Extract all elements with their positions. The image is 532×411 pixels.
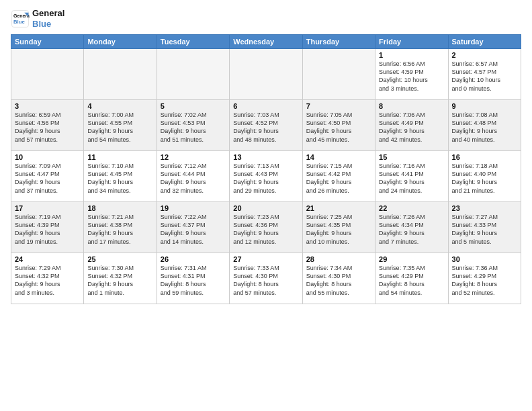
calendar-day-cell: 27Sunrise: 7:33 AM Sunset: 4:30 PM Dayli… <box>230 253 302 304</box>
day-number: 18 <box>87 204 152 212</box>
day-info: Sunrise: 7:06 AM Sunset: 4:49 PM Dayligh… <box>379 111 444 144</box>
day-info: Sunrise: 6:56 AM Sunset: 4:59 PM Dayligh… <box>379 60 444 93</box>
day-header-wednesday: Wednesday <box>230 35 302 49</box>
calendar-day-cell: 17Sunrise: 7:19 AM Sunset: 4:39 PM Dayli… <box>11 202 84 253</box>
day-number: 26 <box>161 255 226 263</box>
calendar-day-cell: 12Sunrise: 7:12 AM Sunset: 4:44 PM Dayli… <box>157 151 229 202</box>
calendar-day-cell <box>84 49 157 100</box>
calendar-day-cell: 2Sunrise: 6:57 AM Sunset: 4:57 PM Daylig… <box>448 49 521 100</box>
calendar-week-row: 3Sunrise: 6:59 AM Sunset: 4:56 PM Daylig… <box>11 100 521 151</box>
day-number: 22 <box>379 204 444 212</box>
day-number: 28 <box>306 255 371 263</box>
day-number: 20 <box>233 204 298 212</box>
day-header-friday: Friday <box>375 35 448 49</box>
day-number: 8 <box>379 102 444 110</box>
calendar-day-cell: 22Sunrise: 7:26 AM Sunset: 4:34 PM Dayli… <box>375 202 448 253</box>
calendar-day-cell: 1Sunrise: 6:56 AM Sunset: 4:59 PM Daylig… <box>375 49 448 100</box>
day-info: Sunrise: 7:35 AM Sunset: 4:29 PM Dayligh… <box>379 264 444 297</box>
logo: General Blue General Blue <box>11 8 64 29</box>
day-number: 5 <box>161 102 226 110</box>
calendar-day-cell <box>302 49 375 100</box>
calendar-day-cell: 6Sunrise: 7:03 AM Sunset: 4:52 PM Daylig… <box>230 100 302 151</box>
svg-text:Blue: Blue <box>13 19 26 25</box>
day-number: 11 <box>87 153 152 161</box>
day-info: Sunrise: 7:29 AM Sunset: 4:32 PM Dayligh… <box>15 264 80 297</box>
day-number: 13 <box>233 153 298 161</box>
day-info: Sunrise: 7:21 AM Sunset: 4:38 PM Dayligh… <box>87 213 152 246</box>
calendar-day-cell: 10Sunrise: 7:09 AM Sunset: 4:47 PM Dayli… <box>11 151 84 202</box>
day-number: 19 <box>161 204 226 212</box>
day-number: 24 <box>15 255 80 263</box>
calendar-day-cell: 11Sunrise: 7:10 AM Sunset: 4:45 PM Dayli… <box>84 151 157 202</box>
calendar-day-cell: 7Sunrise: 7:05 AM Sunset: 4:50 PM Daylig… <box>302 100 375 151</box>
day-header-saturday: Saturday <box>448 35 521 49</box>
day-info: Sunrise: 7:19 AM Sunset: 4:39 PM Dayligh… <box>15 213 80 246</box>
calendar-day-cell: 26Sunrise: 7:31 AM Sunset: 4:31 PM Dayli… <box>157 253 229 304</box>
day-number: 30 <box>452 255 517 263</box>
day-info: Sunrise: 7:27 AM Sunset: 4:33 PM Dayligh… <box>452 213 517 246</box>
calendar-header-row: SundayMondayTuesdayWednesdayThursdayFrid… <box>11 35 521 49</box>
calendar-day-cell <box>230 49 302 100</box>
day-header-thursday: Thursday <box>302 35 375 49</box>
calendar-day-cell: 21Sunrise: 7:25 AM Sunset: 4:35 PM Dayli… <box>302 202 375 253</box>
day-info: Sunrise: 7:00 AM Sunset: 4:55 PM Dayligh… <box>87 111 152 144</box>
page: General Blue General Blue SundayMondayTu… <box>0 0 532 411</box>
day-header-tuesday: Tuesday <box>157 35 229 49</box>
day-info: Sunrise: 7:05 AM Sunset: 4:50 PM Dayligh… <box>306 111 371 144</box>
calendar-week-row: 17Sunrise: 7:19 AM Sunset: 4:39 PM Dayli… <box>11 202 521 253</box>
day-number: 10 <box>15 153 80 161</box>
calendar-week-row: 1Sunrise: 6:56 AM Sunset: 4:59 PM Daylig… <box>11 49 521 100</box>
day-number: 23 <box>452 204 517 212</box>
day-info: Sunrise: 7:25 AM Sunset: 4:35 PM Dayligh… <box>306 213 371 246</box>
day-info: Sunrise: 7:08 AM Sunset: 4:48 PM Dayligh… <box>452 111 517 144</box>
calendar-day-cell <box>11 49 84 100</box>
calendar-day-cell: 24Sunrise: 7:29 AM Sunset: 4:32 PM Dayli… <box>11 253 84 304</box>
calendar-day-cell: 3Sunrise: 6:59 AM Sunset: 4:56 PM Daylig… <box>11 100 84 151</box>
calendar-day-cell: 13Sunrise: 7:13 AM Sunset: 4:43 PM Dayli… <box>230 151 302 202</box>
calendar-day-cell: 9Sunrise: 7:08 AM Sunset: 4:48 PM Daylig… <box>448 100 521 151</box>
day-info: Sunrise: 7:12 AM Sunset: 4:44 PM Dayligh… <box>161 162 226 195</box>
calendar-day-cell: 4Sunrise: 7:00 AM Sunset: 4:55 PM Daylig… <box>84 100 157 151</box>
calendar-day-cell: 23Sunrise: 7:27 AM Sunset: 4:33 PM Dayli… <box>448 202 521 253</box>
logo-icon: General Blue <box>11 9 30 28</box>
day-number: 17 <box>15 204 80 212</box>
day-number: 21 <box>306 204 371 212</box>
header: General Blue General Blue <box>11 8 521 29</box>
calendar-table: SundayMondayTuesdayWednesdayThursdayFrid… <box>11 34 521 304</box>
day-number: 14 <box>306 153 371 161</box>
day-header-sunday: Sunday <box>11 35 84 49</box>
day-info: Sunrise: 7:34 AM Sunset: 4:30 PM Dayligh… <box>306 264 371 297</box>
logo-text: General Blue <box>32 8 64 29</box>
calendar-day-cell: 8Sunrise: 7:06 AM Sunset: 4:49 PM Daylig… <box>375 100 448 151</box>
day-info: Sunrise: 7:22 AM Sunset: 4:37 PM Dayligh… <box>161 213 226 246</box>
day-number: 2 <box>452 51 517 59</box>
day-info: Sunrise: 7:16 AM Sunset: 4:41 PM Dayligh… <box>379 162 444 195</box>
calendar-day-cell: 15Sunrise: 7:16 AM Sunset: 4:41 PM Dayli… <box>375 151 448 202</box>
day-info: Sunrise: 6:59 AM Sunset: 4:56 PM Dayligh… <box>15 111 80 144</box>
calendar-day-cell: 18Sunrise: 7:21 AM Sunset: 4:38 PM Dayli… <box>84 202 157 253</box>
day-number: 12 <box>161 153 226 161</box>
calendar-day-cell: 29Sunrise: 7:35 AM Sunset: 4:29 PM Dayli… <box>375 253 448 304</box>
calendar-day-cell: 16Sunrise: 7:18 AM Sunset: 4:40 PM Dayli… <box>448 151 521 202</box>
day-number: 6 <box>233 102 298 110</box>
day-info: Sunrise: 7:15 AM Sunset: 4:42 PM Dayligh… <box>306 162 371 195</box>
day-number: 25 <box>87 255 152 263</box>
day-info: Sunrise: 7:33 AM Sunset: 4:30 PM Dayligh… <box>233 264 298 297</box>
day-info: Sunrise: 7:31 AM Sunset: 4:31 PM Dayligh… <box>161 264 226 297</box>
day-info: Sunrise: 7:03 AM Sunset: 4:52 PM Dayligh… <box>233 111 298 144</box>
calendar-day-cell: 30Sunrise: 7:36 AM Sunset: 4:29 PM Dayli… <box>448 253 521 304</box>
day-number: 15 <box>379 153 444 161</box>
calendar-day-cell: 19Sunrise: 7:22 AM Sunset: 4:37 PM Dayli… <box>157 202 229 253</box>
day-header-monday: Monday <box>84 35 157 49</box>
day-number: 3 <box>15 102 80 110</box>
day-info: Sunrise: 7:23 AM Sunset: 4:36 PM Dayligh… <box>233 213 298 246</box>
calendar-day-cell: 28Sunrise: 7:34 AM Sunset: 4:30 PM Dayli… <box>302 253 375 304</box>
day-info: Sunrise: 7:26 AM Sunset: 4:34 PM Dayligh… <box>379 213 444 246</box>
day-number: 29 <box>379 255 444 263</box>
calendar-day-cell: 14Sunrise: 7:15 AM Sunset: 4:42 PM Dayli… <box>302 151 375 202</box>
day-info: Sunrise: 7:02 AM Sunset: 4:53 PM Dayligh… <box>161 111 226 144</box>
calendar-day-cell: 25Sunrise: 7:30 AM Sunset: 4:32 PM Dayli… <box>84 253 157 304</box>
calendar-day-cell <box>157 49 229 100</box>
day-info: Sunrise: 7:09 AM Sunset: 4:47 PM Dayligh… <box>15 162 80 195</box>
calendar-week-row: 24Sunrise: 7:29 AM Sunset: 4:32 PM Dayli… <box>11 253 521 304</box>
